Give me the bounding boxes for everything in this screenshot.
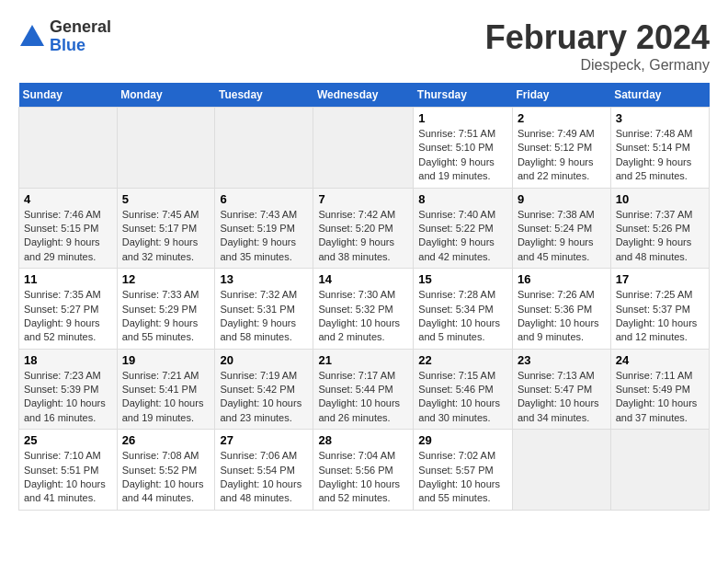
svg-marker-0 (20, 25, 44, 46)
calendar-table: SundayMondayTuesdayWednesdayThursdayFrid… (18, 83, 710, 511)
day-number: 15 (418, 272, 507, 286)
calendar-cell (19, 108, 118, 189)
header-sunday: Sunday (19, 83, 118, 108)
calendar-cell: 28Sunrise: 7:04 AM Sunset: 5:56 PM Dayli… (313, 430, 414, 511)
calendar-cell: 15Sunrise: 7:28 AM Sunset: 5:34 PM Dayli… (414, 269, 513, 350)
logo-icon (18, 23, 46, 51)
day-number: 25 (24, 433, 112, 447)
logo-general: General (50, 18, 111, 37)
calendar-cell (117, 108, 215, 189)
day-info: Sunrise: 7:48 AM Sunset: 5:14 PM Dayligh… (616, 127, 704, 184)
day-info: Sunrise: 7:42 AM Sunset: 5:20 PM Dayligh… (318, 208, 408, 265)
day-number: 22 (418, 353, 507, 367)
week-row-2: 4Sunrise: 7:46 AM Sunset: 5:15 PM Daylig… (19, 188, 710, 269)
week-row-3: 11Sunrise: 7:35 AM Sunset: 5:27 PM Dayli… (19, 269, 710, 350)
day-info: Sunrise: 7:25 AM Sunset: 5:37 PM Dayligh… (616, 288, 704, 345)
day-info: Sunrise: 7:35 AM Sunset: 5:27 PM Dayligh… (24, 288, 112, 345)
day-number: 11 (24, 272, 112, 286)
day-number: 27 (220, 433, 308, 447)
calendar-cell: 6Sunrise: 7:43 AM Sunset: 5:19 PM Daylig… (215, 188, 313, 269)
day-info: Sunrise: 7:38 AM Sunset: 5:24 PM Dayligh… (518, 208, 606, 265)
calendar-cell: 9Sunrise: 7:38 AM Sunset: 5:24 PM Daylig… (512, 188, 610, 269)
day-number: 29 (418, 433, 507, 447)
day-info: Sunrise: 7:45 AM Sunset: 5:17 PM Dayligh… (122, 208, 210, 265)
day-number: 26 (122, 433, 210, 447)
calendar-cell: 3Sunrise: 7:48 AM Sunset: 5:14 PM Daylig… (610, 108, 709, 189)
day-number: 6 (220, 192, 308, 206)
calendar-cell: 1Sunrise: 7:51 AM Sunset: 5:10 PM Daylig… (414, 108, 513, 189)
calendar-cell: 14Sunrise: 7:30 AM Sunset: 5:32 PM Dayli… (313, 269, 414, 350)
day-number: 4 (24, 192, 112, 206)
calendar-cell: 20Sunrise: 7:19 AM Sunset: 5:42 PM Dayli… (215, 349, 313, 430)
day-number: 7 (318, 192, 408, 206)
header-monday: Monday (117, 83, 215, 108)
calendar-cell: 10Sunrise: 7:37 AM Sunset: 5:26 PM Dayli… (610, 188, 709, 269)
day-info: Sunrise: 7:26 AM Sunset: 5:36 PM Dayligh… (518, 288, 606, 345)
day-info: Sunrise: 7:30 AM Sunset: 5:32 PM Dayligh… (318, 288, 408, 345)
week-row-5: 25Sunrise: 7:10 AM Sunset: 5:51 PM Dayli… (19, 430, 710, 511)
calendar-cell: 19Sunrise: 7:21 AM Sunset: 5:41 PM Dayli… (117, 349, 215, 430)
calendar-cell: 26Sunrise: 7:08 AM Sunset: 5:52 PM Dayli… (117, 430, 215, 511)
day-info: Sunrise: 7:08 AM Sunset: 5:52 PM Dayligh… (122, 449, 210, 506)
day-info: Sunrise: 7:46 AM Sunset: 5:15 PM Dayligh… (24, 208, 112, 265)
day-info: Sunrise: 7:17 AM Sunset: 5:44 PM Dayligh… (318, 369, 408, 426)
main-title: February 2024 (485, 18, 710, 57)
calendar-cell (313, 108, 414, 189)
logo: General Blue (18, 18, 111, 55)
day-number: 19 (122, 353, 210, 367)
day-number: 3 (616, 111, 704, 125)
header-thursday: Thursday (414, 83, 513, 108)
day-info: Sunrise: 7:51 AM Sunset: 5:10 PM Dayligh… (418, 127, 507, 184)
day-number: 14 (318, 272, 408, 286)
day-number: 8 (418, 192, 507, 206)
calendar-cell: 2Sunrise: 7:49 AM Sunset: 5:12 PM Daylig… (512, 108, 610, 189)
day-number: 23 (518, 353, 606, 367)
day-info: Sunrise: 7:13 AM Sunset: 5:47 PM Dayligh… (518, 369, 606, 426)
day-info: Sunrise: 7:21 AM Sunset: 5:41 PM Dayligh… (122, 369, 210, 426)
calendar-cell: 8Sunrise: 7:40 AM Sunset: 5:22 PM Daylig… (414, 188, 513, 269)
header-row: SundayMondayTuesdayWednesdayThursdayFrid… (19, 83, 710, 108)
day-info: Sunrise: 7:43 AM Sunset: 5:19 PM Dayligh… (220, 208, 308, 265)
calendar-cell: 12Sunrise: 7:33 AM Sunset: 5:29 PM Dayli… (117, 269, 215, 350)
day-number: 16 (518, 272, 606, 286)
day-info: Sunrise: 7:19 AM Sunset: 5:42 PM Dayligh… (220, 369, 308, 426)
header-wednesday: Wednesday (313, 83, 414, 108)
day-info: Sunrise: 7:33 AM Sunset: 5:29 PM Dayligh… (122, 288, 210, 345)
day-number: 1 (418, 111, 507, 125)
week-row-1: 1Sunrise: 7:51 AM Sunset: 5:10 PM Daylig… (19, 108, 710, 189)
subtitle: Diespeck, Germany (485, 57, 710, 74)
calendar-cell: 21Sunrise: 7:17 AM Sunset: 5:44 PM Dayli… (313, 349, 414, 430)
calendar-cell: 17Sunrise: 7:25 AM Sunset: 5:37 PM Dayli… (610, 269, 709, 350)
day-info: Sunrise: 7:06 AM Sunset: 5:54 PM Dayligh… (220, 449, 308, 506)
title-block: February 2024 Diespeck, Germany (485, 18, 710, 74)
day-number: 18 (24, 353, 112, 367)
header-friday: Friday (512, 83, 610, 108)
day-info: Sunrise: 7:40 AM Sunset: 5:22 PM Dayligh… (418, 208, 507, 265)
day-info: Sunrise: 7:11 AM Sunset: 5:49 PM Dayligh… (616, 369, 704, 426)
day-number: 21 (318, 353, 408, 367)
calendar-cell (215, 108, 313, 189)
day-number: 13 (220, 272, 308, 286)
day-info: Sunrise: 7:49 AM Sunset: 5:12 PM Dayligh… (518, 127, 606, 184)
day-info: Sunrise: 7:04 AM Sunset: 5:56 PM Dayligh… (318, 449, 408, 506)
calendar-cell: 16Sunrise: 7:26 AM Sunset: 5:36 PM Dayli… (512, 269, 610, 350)
day-number: 17 (616, 272, 704, 286)
calendar-cell: 7Sunrise: 7:42 AM Sunset: 5:20 PM Daylig… (313, 188, 414, 269)
calendar-cell: 5Sunrise: 7:45 AM Sunset: 5:17 PM Daylig… (117, 188, 215, 269)
week-row-4: 18Sunrise: 7:23 AM Sunset: 5:39 PM Dayli… (19, 349, 710, 430)
calendar-cell (610, 430, 709, 511)
calendar-cell: 24Sunrise: 7:11 AM Sunset: 5:49 PM Dayli… (610, 349, 709, 430)
day-number: 5 (122, 192, 210, 206)
calendar-cell: 22Sunrise: 7:15 AM Sunset: 5:46 PM Dayli… (414, 349, 513, 430)
day-number: 28 (318, 433, 408, 447)
day-number: 10 (616, 192, 704, 206)
day-number: 9 (518, 192, 606, 206)
day-info: Sunrise: 7:02 AM Sunset: 5:57 PM Dayligh… (418, 449, 507, 506)
day-info: Sunrise: 7:23 AM Sunset: 5:39 PM Dayligh… (24, 369, 112, 426)
calendar-cell: 18Sunrise: 7:23 AM Sunset: 5:39 PM Dayli… (19, 349, 118, 430)
calendar-cell (512, 430, 610, 511)
logo-blue: Blue (50, 37, 111, 55)
day-number: 24 (616, 353, 704, 367)
calendar-cell: 4Sunrise: 7:46 AM Sunset: 5:15 PM Daylig… (19, 188, 118, 269)
day-info: Sunrise: 7:37 AM Sunset: 5:26 PM Dayligh… (616, 208, 704, 265)
